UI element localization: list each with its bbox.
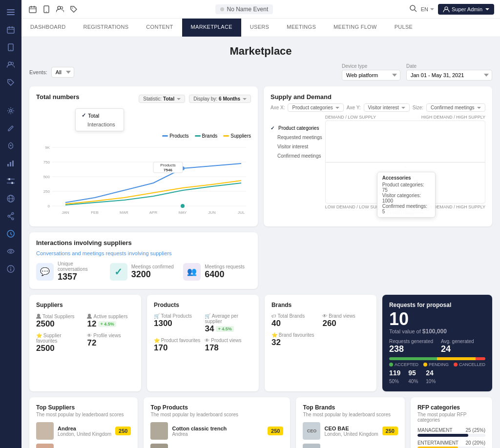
tab-marketplace[interactable]: MARKETPLACE xyxy=(182,19,241,37)
filter-product-categories[interactable]: ✓Product categories xyxy=(271,124,322,132)
rfp-count: 10 xyxy=(389,310,485,328)
sidebar-calendar-icon[interactable] xyxy=(3,22,18,37)
svg-point-24 xyxy=(12,213,14,215)
tooltip-title: Accessories xyxy=(382,175,430,181)
filter-visitor-interest[interactable]: Visitor interest xyxy=(271,143,322,150)
bottom-row: Top Suppliers The most popular by leader… xyxy=(29,397,492,448)
sidebar-chart-icon[interactable] xyxy=(3,156,18,171)
chart-legend: Products Brands Suppliers xyxy=(36,133,251,139)
tablet-topbar-icon[interactable] xyxy=(41,4,52,15)
supplier-favourites-value: 2500 xyxy=(36,344,83,353)
sidebar-clock-icon[interactable] xyxy=(3,226,18,241)
svg-point-25 xyxy=(8,215,10,217)
svg-text:250: 250 xyxy=(43,189,50,194)
rfp-bar-accepted xyxy=(389,357,438,360)
sidebar-tag-icon[interactable] xyxy=(3,75,18,90)
tab-meeting-flow[interactable]: MEETING FLOW xyxy=(325,19,386,37)
product-views-value: 178 xyxy=(205,343,252,353)
svg-point-20 xyxy=(11,182,13,184)
rfp-legend: ACCEPTED PENDING CANCELLED xyxy=(389,362,485,367)
rfp-bar-cancelled xyxy=(476,357,485,360)
filter-left: Events: All xyxy=(29,67,74,78)
interactions-stats: 💬 Unique conversations 1357 ✓ Meetings c… xyxy=(36,261,251,282)
tab-pulse[interactable]: PULSE xyxy=(386,19,422,37)
date-input[interactable] xyxy=(406,70,492,81)
display-label: Display by: xyxy=(193,96,217,102)
dropdown-interactions[interactable]: Interactions xyxy=(76,120,124,129)
products-grid: 🛒 Total Products 1300 🛒 Average per supp… xyxy=(154,313,252,353)
tab-registrations[interactable]: REGISTRATIONS xyxy=(74,19,137,37)
svg-point-35 xyxy=(10,267,11,268)
sidebar-sliders-icon[interactable] xyxy=(3,174,18,188)
sidebar-eye-icon[interactable] xyxy=(3,244,18,259)
sidebar-share-icon[interactable] xyxy=(3,209,18,224)
brand-views-value: 260 xyxy=(322,319,370,328)
sidebar-info-icon[interactable] xyxy=(3,262,18,276)
sidebar-edit-icon[interactable] xyxy=(3,121,18,136)
meetings-confirmed-value: 3200 xyxy=(131,269,174,280)
filter-confirmed-meetings[interactable]: Confirmed meetings xyxy=(271,152,322,160)
meetings-requests-icon: 👥 xyxy=(183,263,201,281)
display-selector[interactable]: Display by: 6 Months xyxy=(189,95,251,103)
rfp-bar-pending xyxy=(437,357,476,360)
device-type-select[interactable]: Web platform xyxy=(342,70,400,81)
top-brands-list: CEO CEO BAE London, United Kingdom 250 K… xyxy=(303,422,397,448)
page-content: Marketplace Events: All Device type Web … xyxy=(21,37,500,448)
event-selector[interactable]: No Name Event xyxy=(215,4,273,14)
axis-x-selector[interactable]: Product categories xyxy=(288,103,343,112)
quadrant-high-demand: HIGH DEMAND / HIGH SUPPLY xyxy=(421,115,485,120)
main-content: No Name Event EN Super Admin DASHBOARD R… xyxy=(21,0,500,448)
svg-rect-15 xyxy=(10,162,11,166)
total-products: 🛒 Total Products 1300 xyxy=(154,313,201,334)
tab-users[interactable]: USERS xyxy=(241,19,278,37)
filter-requested-meetings[interactable]: Requested meetings xyxy=(271,134,322,141)
svg-line-27 xyxy=(10,214,12,216)
rfp-category-bar xyxy=(417,434,468,437)
display-arrow xyxy=(243,98,247,100)
event-name: No Name Event xyxy=(227,6,269,13)
sidebar-rocket-icon[interactable] xyxy=(3,139,18,153)
statistic-selector[interactable]: Statistic: Total xyxy=(139,95,185,103)
size-selector[interactable]: Confirmed meetings xyxy=(426,103,485,112)
total-numbers-card: Total numbers Statistic: Total Display b… xyxy=(29,86,258,226)
events-select[interactable]: All xyxy=(51,67,74,78)
sidebar-users-icon[interactable] xyxy=(3,58,18,72)
search-icon[interactable] xyxy=(409,4,417,14)
product-views: 👁 Product views 178 xyxy=(205,338,252,353)
sidebar-menu-icon[interactable] xyxy=(3,5,18,20)
svg-text:7546: 7546 xyxy=(164,168,172,172)
supplier-location: London, United Kingdom xyxy=(58,431,111,437)
events-label: Events: xyxy=(29,69,47,75)
svg-text:750: 750 xyxy=(43,160,50,164)
rfp-category-percent: 20 (20%) xyxy=(465,440,485,446)
tab-meetings[interactable]: MEETINGS xyxy=(278,19,325,37)
top-suppliers-title: Top Suppliers xyxy=(36,404,131,411)
date-label: Date xyxy=(406,63,492,69)
meetings-requests-label: Meetings requests xyxy=(205,264,245,269)
device-type-label: Device type xyxy=(342,63,400,69)
sidebar xyxy=(0,0,21,448)
calendar-topbar-icon[interactable] xyxy=(27,4,38,15)
sidebar-globe-icon[interactable] xyxy=(3,191,18,206)
axis-x-label: Axe X: xyxy=(271,105,285,110)
svg-point-18 xyxy=(8,178,10,180)
admin-button[interactable]: Super Admin xyxy=(438,4,494,15)
supplier-item: Andrea London, United Kingdom 250 xyxy=(36,422,131,440)
suppliers-grid: Total Suppliers 2500 Active suppliers 12… xyxy=(36,313,134,353)
dropdown-total[interactable]: ✓Total xyxy=(76,111,124,120)
empty-right xyxy=(264,232,492,289)
axis-y-selector[interactable]: Visitor interest xyxy=(364,103,410,112)
avg-per-supplier: 🛒 Average per supplier 34 + 4.5% xyxy=(205,313,252,334)
size-value: Confirmed meetings xyxy=(431,105,474,110)
rfp-card: Requests for proposal 10 Total value of … xyxy=(382,295,492,391)
sidebar-tablet-icon[interactable] xyxy=(3,40,18,55)
tag-topbar-icon[interactable] xyxy=(68,4,79,15)
sidebar-settings-icon[interactable] xyxy=(3,103,18,118)
supplier-favourites: ⭐ Supplier favourites 2500 xyxy=(36,333,83,353)
top-brands-title: Top Brands xyxy=(303,404,397,411)
tab-content[interactable]: CONTENT xyxy=(137,19,182,37)
interactions-title: Interactions involving suppliers xyxy=(36,239,251,246)
users-topbar-icon[interactable] xyxy=(55,4,65,15)
tab-dashboard[interactable]: DASHBOARD xyxy=(21,19,74,37)
language-selector[interactable]: EN xyxy=(421,6,434,12)
